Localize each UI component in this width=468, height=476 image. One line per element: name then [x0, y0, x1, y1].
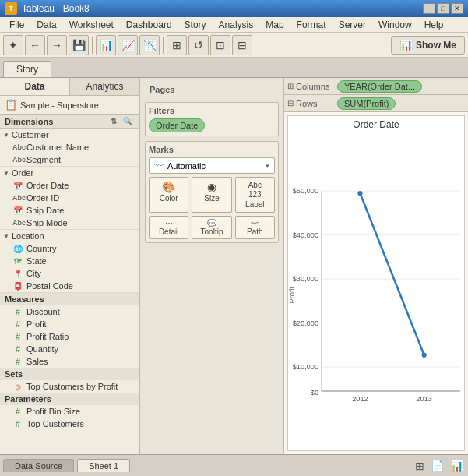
svg-text:2012: 2012 — [352, 395, 368, 403]
marks-type-dropdown[interactable]: 〰 Automatic ▾ — [149, 157, 275, 174]
field-state[interactable]: 🗺 State — [0, 255, 139, 267]
field-top-customers-param[interactable]: # Top Customers — [0, 418, 139, 430]
field-city[interactable]: 📍 City — [0, 267, 139, 280]
menu-map[interactable]: Map — [259, 18, 290, 32]
field-ship-mode[interactable]: Abc Ship Mode — [0, 217, 139, 229]
window-title: Tableau - Book8 — [22, 3, 90, 14]
tab-analytics[interactable]: Analytics — [70, 78, 139, 95]
marks-tooltip-btn[interactable]: 💬 Tooltip — [192, 216, 231, 239]
tab-sheet1[interactable]: Sheet 1 — [77, 459, 130, 472]
toolbar-filter-btn[interactable]: ⊡ — [210, 35, 230, 55]
detail-icon: ⋯ — [151, 219, 186, 227]
show-me-button[interactable]: 📊 Show Me — [391, 36, 465, 55]
story-tab[interactable]: Story — [3, 61, 51, 77]
toolbar-back-btn[interactable]: ← — [25, 35, 45, 55]
marks-detail-btn[interactable]: ⋯ Detail — [149, 216, 188, 239]
toolbar-refresh-btn[interactable]: ↺ — [188, 35, 209, 55]
menu-story[interactable]: Story — [178, 18, 213, 32]
tab-data-source[interactable]: Data Source — [3, 459, 74, 472]
rows-grid-icon: ⊟ — [287, 99, 294, 108]
svg-text:$30,000: $30,000 — [293, 275, 318, 283]
datasource-name: Sample - Superstore — [20, 100, 99, 110]
measures-section-header: Measures — [0, 293, 139, 305]
title-bar-controls[interactable]: ─ □ ✕ — [423, 3, 463, 14]
color-circle-icon: 🎨 — [151, 181, 186, 193]
tab-data[interactable]: Data — [0, 78, 70, 95]
chart-svg: $50,000 $40,000 $30,000 $20,000 $10,000 … — [288, 133, 464, 449]
filter-order-date[interactable]: Order Date — [149, 118, 205, 132]
toolbar-chart2-btn[interactable]: 📈 — [118, 35, 138, 55]
field-profit-ratio[interactable]: # Profit Ratio — [0, 330, 139, 343]
marks-path-label: Path — [238, 227, 273, 236]
right-panel: ⊞ Columns YEAR(Order Dat... ⊟ Rows SUM(P… — [284, 78, 468, 454]
menu-file[interactable]: File — [3, 18, 30, 32]
field-country[interactable]: 🌐 Country — [0, 242, 139, 255]
field-customer-name[interactable]: Abc Customer Name — [0, 141, 139, 153]
marks-row2: ⋯ Detail 💬 Tooltip 〰 Path — [149, 216, 275, 239]
customer-triangle: ▼ — [3, 132, 9, 139]
minimize-button[interactable]: ─ — [423, 3, 435, 14]
field-profit-bin-size[interactable]: # Profit Bin Size — [0, 405, 139, 418]
toolbar-sort-btn[interactable]: ⊟ — [232, 35, 252, 55]
columns-text: Columns — [296, 82, 329, 91]
menu-analysis[interactable]: Analysis — [213, 18, 260, 32]
marks-path-btn[interactable]: 〰 Path — [235, 216, 275, 239]
field-quantity[interactable]: # Quantity — [0, 343, 139, 355]
close-button[interactable]: ✕ — [451, 3, 463, 14]
rows-shelf: ⊟ Rows SUM(Profit) — [284, 95, 468, 112]
field-postal-code[interactable]: 📮 Postal Code — [0, 280, 139, 292]
toolbar-sep2 — [163, 37, 164, 54]
new-datasource-icon[interactable]: ⊞ — [413, 458, 426, 474]
marks-color-btn[interactable]: 🎨 Color — [149, 177, 188, 213]
menu-data[interactable]: Data — [30, 18, 62, 32]
svg-text:2013: 2013 — [416, 395, 432, 403]
toolbar-chart1-btn[interactable]: 📊 — [96, 35, 116, 55]
toolbar-table-btn[interactable]: ⊞ — [167, 35, 187, 55]
location-group-header[interactable]: ▼ Location — [0, 230, 139, 242]
field-order-date[interactable]: 📅 Order Date — [0, 179, 139, 192]
svg-text:$10,000: $10,000 — [293, 363, 318, 371]
marks-label-btn[interactable]: Abc123 Label — [235, 177, 275, 213]
field-order-id[interactable]: Abc Order ID — [0, 192, 139, 204]
menu-help[interactable]: Help — [418, 18, 450, 32]
toolbar-chart3-btn[interactable]: 📉 — [139, 35, 160, 55]
menu-server[interactable]: Server — [333, 18, 372, 32]
marks-size-btn[interactable]: ◉ Size — [192, 177, 231, 213]
field-label: Profit Bin Size — [26, 407, 80, 416]
svg-text:$50,000: $50,000 — [293, 187, 318, 195]
toolbar-new-btn[interactable]: ✦ — [3, 35, 23, 55]
calendar-icon: 📅 — [12, 182, 23, 190]
field-profit[interactable]: # Profit — [0, 318, 139, 330]
order-group-header[interactable]: ▼ Order — [0, 167, 139, 179]
field-discount[interactable]: # Discount — [0, 305, 139, 318]
new-sheet-icon[interactable]: 📄 — [429, 458, 445, 474]
toolbar-sep1 — [92, 37, 93, 54]
filters-label: Filters — [149, 106, 275, 115]
abc-icon: Abc — [12, 156, 23, 164]
sets-section-header: Sets — [0, 368, 139, 380]
toolbar-save-btn[interactable]: 💾 — [69, 35, 89, 55]
rows-label: ⊟ Rows — [287, 99, 334, 108]
search-icon[interactable]: 🔍 — [121, 116, 135, 126]
menu-format[interactable]: Format — [290, 18, 333, 32]
toolbar-forward-btn[interactable]: → — [47, 35, 67, 55]
customer-group: ▼ Customer Abc Customer Name Abc Segment — [0, 129, 139, 167]
location-triangle: ▼ — [3, 233, 9, 240]
field-top-customers-set[interactable]: ⊙ Top Customers by Profit — [0, 380, 139, 393]
tooltip-icon: 💬 — [194, 219, 229, 227]
menu-worksheet[interactable]: Worksheet — [63, 18, 120, 32]
columns-pill[interactable]: YEAR(Order Dat... — [337, 80, 422, 93]
rows-pill[interactable]: SUM(Profit) — [337, 97, 396, 110]
field-sales[interactable]: # Sales — [0, 355, 139, 368]
field-label: Top Customers by Profit — [26, 382, 118, 391]
field-segment[interactable]: Abc Segment — [0, 153, 139, 166]
new-dashboard-icon[interactable]: 📊 — [449, 458, 465, 474]
sort-icon[interactable]: ⇅ — [108, 116, 119, 126]
menu-dashboard[interactable]: Dashboard — [120, 18, 178, 32]
customer-group-header[interactable]: ▼ Customer — [0, 129, 139, 141]
menu-window[interactable]: Window — [372, 18, 418, 32]
field-ship-date[interactable]: 📅 Ship Date — [0, 204, 139, 217]
maximize-button[interactable]: □ — [437, 3, 449, 14]
abc-icon: Abc — [12, 219, 23, 227]
data-source[interactable]: 📋 Sample - Superstore — [0, 96, 139, 115]
